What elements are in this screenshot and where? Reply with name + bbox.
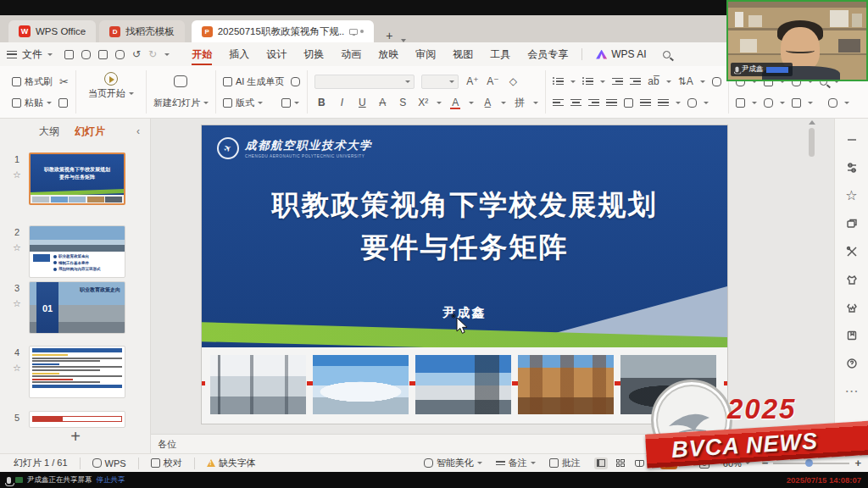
webcam-feed[interactable]: 尹成鑫	[726, 0, 868, 81]
font-name-select[interactable]	[314, 75, 415, 89]
superscript-button[interactable]: X²	[416, 97, 430, 108]
rail-member-icon[interactable]	[835, 293, 868, 321]
play-slideshow-button[interactable]	[654, 457, 693, 469]
quickbar-chevron-icon[interactable]	[164, 53, 170, 56]
paste-button[interactable]: 粘贴	[12, 97, 52, 109]
photo-brick-buildings[interactable]	[518, 355, 614, 414]
notes-toggle-button[interactable]: 备注	[489, 457, 542, 469]
microphone-icon[interactable]	[7, 477, 11, 484]
print-icon[interactable]	[98, 50, 108, 59]
smart-beautify-button[interactable]: 智能美化	[417, 457, 489, 469]
scroll-up-icon[interactable]	[809, 120, 815, 125]
numbered-list-icon[interactable]	[582, 78, 593, 85]
photo-airplane[interactable]	[313, 355, 409, 414]
scrollbar-thumb[interactable]	[809, 128, 815, 157]
fit-screen-button[interactable]	[693, 458, 716, 469]
section-button[interactable]	[281, 98, 299, 108]
menu-view[interactable]: 视图	[444, 42, 481, 66]
align-objects-icon[interactable]	[687, 98, 697, 108]
tab-wps-home[interactable]: W WPS Office	[8, 20, 96, 42]
text-box-insert-icon[interactable]	[736, 98, 745, 108]
increase-indent-icon[interactable]	[630, 78, 641, 85]
new-tab-button[interactable]: +	[382, 29, 396, 42]
strikethrough-button[interactable]: A	[376, 97, 389, 108]
wps-check-button[interactable]: WPS	[86, 458, 133, 469]
redo-icon[interactable]: ↻	[148, 48, 157, 60]
decrease-indent-icon[interactable]	[612, 78, 623, 85]
slide-thumbnail-3[interactable]: 01 职业教育政策走向	[29, 281, 125, 334]
save-icon[interactable]	[64, 50, 74, 59]
add-slide-button[interactable]: +	[0, 427, 151, 446]
tab-outline[interactable]: 大纲	[39, 125, 59, 139]
rail-template-icon[interactable]	[835, 265, 868, 293]
undo-icon[interactable]: ↺	[132, 48, 141, 60]
increase-font-icon[interactable]: A⁺	[465, 75, 479, 87]
align-left-icon[interactable]	[553, 99, 564, 106]
slide-canvas[interactable]: ✈ 成都航空职业技术大学 CHENGDU AERONAUTIC POLYTECH…	[151, 119, 834, 434]
slide-title-line2[interactable]: 要件与任务矩阵	[202, 229, 727, 267]
star-icon[interactable]: ☆	[13, 298, 21, 309]
menu-insert[interactable]: 插入	[220, 42, 258, 66]
underline-button[interactable]: U	[355, 97, 369, 108]
selection-handle[interactable]	[307, 381, 313, 385]
menu-design[interactable]: 设计	[258, 42, 295, 66]
file-menu[interactable]: 文件	[7, 47, 53, 62]
slide-title-line1[interactable]: 职教政策视角下学校发展规划	[202, 186, 727, 225]
tab-docer-templates[interactable]: D 找稻壳模板	[99, 20, 185, 42]
text-direction-icon[interactable]: ab̅	[648, 75, 659, 87]
italic-button[interactable]: I	[335, 97, 348, 108]
menu-slideshow[interactable]: 放映	[370, 42, 407, 66]
zoom-slider[interactable]: − +	[762, 457, 861, 469]
slide-thumbnail-2[interactable]: 职业教育政策走向 编制工作基本要件 规划结构与内容呈现形式	[29, 225, 125, 278]
tab-current-document[interactable]: P 20250715职教政策视角下规..	[192, 20, 375, 42]
columns-icon[interactable]	[640, 99, 651, 106]
from-outline-icon[interactable]	[291, 77, 300, 86]
menu-animation[interactable]: 动画	[332, 42, 370, 66]
distribute-icon[interactable]	[624, 98, 633, 108]
arrange-icon[interactable]	[764, 98, 773, 108]
bullet-list-icon[interactable]	[553, 78, 564, 85]
align-right-icon[interactable]	[588, 99, 599, 106]
select-pane-icon[interactable]	[828, 98, 837, 108]
slide-thumbnail-1[interactable]: 职教政策视角下学校发展规划要件与任务矩阵	[29, 152, 125, 205]
justify-icon[interactable]	[606, 99, 617, 106]
tab-slides[interactable]: 幻灯片	[75, 125, 105, 139]
star-icon[interactable]: ☆	[13, 242, 21, 253]
collapse-panel-button[interactable]: ‹	[136, 125, 140, 137]
selection-handle[interactable]	[512, 381, 518, 385]
row-spacing-icon[interactable]	[658, 99, 669, 106]
menu-tools[interactable]: 工具	[481, 42, 519, 66]
phonetic-guide-button[interactable]: 拼	[513, 96, 526, 110]
missing-font-warning[interactable]: 缺失字体	[200, 457, 263, 469]
font-color-button[interactable]: A	[448, 97, 462, 108]
photo-campus-building[interactable]	[415, 355, 511, 414]
selection-handle[interactable]	[202, 381, 205, 385]
rail-adjust-icon[interactable]	[835, 153, 868, 181]
menu-member[interactable]: 会员专享	[519, 42, 576, 66]
output-icon[interactable]	[115, 50, 125, 59]
shadow-button[interactable]: S	[396, 97, 409, 108]
new-slide-button[interactable]: 新建幻灯片	[153, 97, 209, 109]
photo-workshop[interactable]	[210, 355, 306, 414]
rail-collapse-icon[interactable]	[835, 125, 868, 153]
zoom-out-button[interactable]: −	[762, 457, 769, 469]
line-spacing-icon[interactable]: ⇅A	[678, 75, 693, 87]
rail-design-tools-icon[interactable]	[835, 237, 868, 265]
cut-icon[interactable]: ✂	[59, 75, 69, 88]
clear-format-icon[interactable]: ◇	[506, 75, 520, 87]
proofread-button[interactable]: 校对	[144, 457, 189, 469]
zoom-knob[interactable]	[805, 459, 813, 467]
ai-generate-page-button[interactable]: AI 生成单页	[223, 75, 284, 88]
menu-search[interactable]	[654, 42, 679, 66]
text-box-icon[interactable]	[712, 77, 721, 86]
layout-button[interactable]: 版式	[223, 97, 263, 109]
zoom-level[interactable]: 60%	[716, 458, 757, 469]
selection-handle[interactable]	[724, 381, 727, 385]
start-current-page-button[interactable]: 当页开始	[83, 72, 139, 100]
copy-icon[interactable]	[58, 98, 68, 108]
menu-review[interactable]: 审阅	[407, 42, 444, 66]
menu-home[interactable]: 开始	[183, 42, 220, 66]
rail-more-icon[interactable]: ⋯	[835, 377, 868, 405]
slide-editor[interactable]: ✈ 成都航空职业技术大学 CHENGDU AERONAUTIC POLYTECH…	[202, 125, 727, 424]
quick-print-icon[interactable]	[81, 50, 91, 59]
